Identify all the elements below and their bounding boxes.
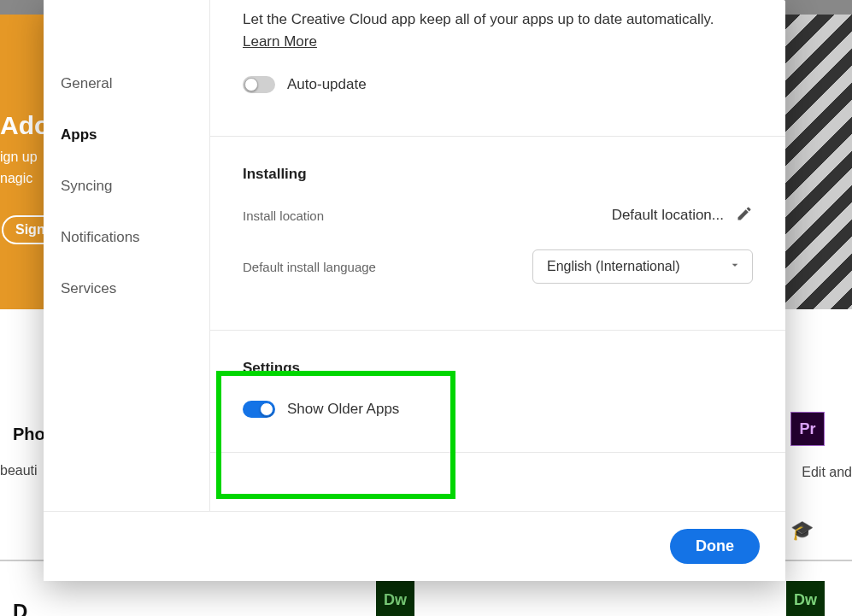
settings-heading: Settings (243, 360, 753, 377)
show-older-apps-label: Show Older Apps (287, 401, 399, 418)
installing-section: Installing Install location Default loca… (210, 137, 785, 331)
install-language-select[interactable]: English (International) (532, 249, 753, 284)
auto-update-desc-text: Let the Creative Cloud app keep all of y… (243, 11, 714, 27)
sidebar-item-general[interactable]: General (44, 58, 209, 109)
install-location-label: Install location (243, 208, 612, 223)
sidebar-item-services[interactable]: Services (44, 263, 209, 314)
sidebar-item-syncing[interactable]: Syncing (44, 161, 209, 212)
sidebar-item-notifications[interactable]: Notifications (44, 212, 209, 263)
install-language-value: English (International) (547, 259, 680, 273)
auto-update-label: Auto-update (287, 76, 367, 93)
sidebar-item-apps[interactable]: Apps (44, 109, 209, 161)
preferences-modal: General Apps Syncing Notifications Servi… (44, 0, 785, 581)
auto-update-toggle[interactable] (243, 76, 275, 93)
preferences-content[interactable]: Let the Creative Cloud app keep all of y… (210, 0, 785, 511)
learn-more-link[interactable]: Learn More (243, 33, 317, 50)
show-older-apps-toggle[interactable] (243, 401, 275, 418)
modal-overlay: General Apps Syncing Notifications Servi… (0, 0, 852, 616)
toggle-knob (244, 78, 258, 91)
install-location-value: Default location... (612, 207, 724, 224)
installing-heading: Installing (243, 166, 753, 183)
edit-icon[interactable] (736, 205, 753, 226)
auto-update-description: Let the Creative Cloud app keep all of y… (243, 9, 753, 52)
auto-update-section: Let the Creative Cloud app keep all of y… (210, 0, 785, 137)
toggle-knob (260, 402, 273, 416)
preferences-sidebar: General Apps Syncing Notifications Servi… (44, 0, 209, 511)
done-button[interactable]: Done (670, 529, 760, 564)
modal-footer: Done (44, 511, 785, 581)
install-language-label: Default install language (243, 260, 532, 274)
settings-section: Settings Show Older Apps (210, 331, 785, 453)
chevron-down-icon (728, 258, 742, 275)
